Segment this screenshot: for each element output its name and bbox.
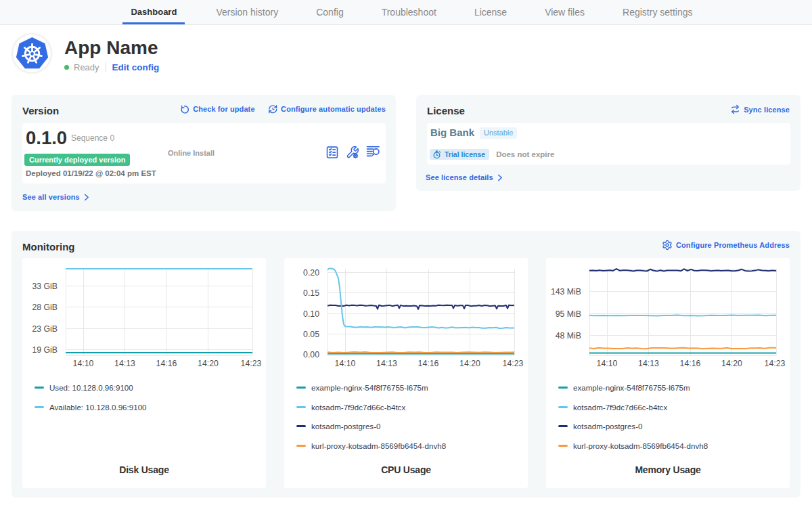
svg-text:14:23: 14:23 xyxy=(241,359,262,368)
svg-text:14:13: 14:13 xyxy=(638,359,659,368)
svg-text:14:13: 14:13 xyxy=(376,359,397,368)
svg-text:48 MiB: 48 MiB xyxy=(556,331,581,341)
svg-text:14:23: 14:23 xyxy=(765,359,786,368)
svg-text:143 MiB: 143 MiB xyxy=(551,287,581,297)
svg-text:14:20: 14:20 xyxy=(459,359,480,368)
svg-text:14:16: 14:16 xyxy=(156,359,177,368)
svg-text:19 GiB: 19 GiB xyxy=(32,345,58,355)
svg-text:14:16: 14:16 xyxy=(418,359,439,368)
svg-text:0.00: 0.00 xyxy=(303,350,319,359)
svg-text:95 MiB: 95 MiB xyxy=(556,309,581,319)
svg-text:14:20: 14:20 xyxy=(721,359,742,368)
svg-text:14:10: 14:10 xyxy=(73,359,94,368)
svg-text:14:10: 14:10 xyxy=(335,359,356,368)
svg-text:0.05: 0.05 xyxy=(303,330,319,339)
svg-text:14:20: 14:20 xyxy=(198,359,219,368)
svg-text:33 GiB: 33 GiB xyxy=(32,282,58,291)
svg-text:0.20: 0.20 xyxy=(303,268,319,278)
svg-text:14:23: 14:23 xyxy=(503,359,524,368)
svg-text:28 GiB: 28 GiB xyxy=(32,303,58,312)
svg-text:23 GiB: 23 GiB xyxy=(32,324,58,334)
svg-text:14:10: 14:10 xyxy=(597,359,618,368)
svg-text:14:16: 14:16 xyxy=(680,359,701,368)
svg-text:0.15: 0.15 xyxy=(303,288,319,298)
svg-text:0.10: 0.10 xyxy=(303,309,319,319)
svg-text:14:13: 14:13 xyxy=(114,359,135,368)
